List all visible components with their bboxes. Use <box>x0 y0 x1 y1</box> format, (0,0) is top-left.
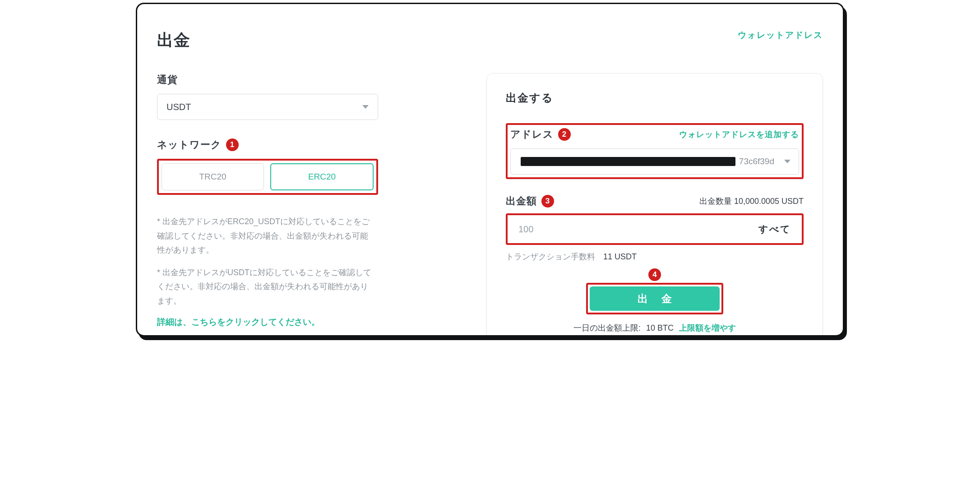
network-label-text: ネットワーク <box>157 138 222 152</box>
details-link[interactable]: 詳細は、こちらをクリックしてください。 <box>157 316 378 328</box>
withdraw-form-card: 出金する アドレス 2 ウォレットアドレスを追加する 73c6f39d <box>486 73 823 337</box>
withdraw-panel: 出金 ウォレットアドレス 通貨 USDT ネットワーク 1 TRC20 ERC2… <box>136 3 844 337</box>
warning-note-1: * 出金先アドレスがERC20_USDTに対応していることをご確認してください。… <box>157 215 371 258</box>
address-section: アドレス 2 ウォレットアドレスを追加する 73c6f39d <box>506 123 804 179</box>
daily-limit-value: 10 BTC <box>646 323 674 333</box>
submit-highlight: 出 金 <box>586 283 723 314</box>
withdraw-submit-button[interactable]: 出 金 <box>590 286 720 311</box>
amount-section: すべて <box>506 213 804 245</box>
currency-select-value: USDT <box>166 102 191 112</box>
fee-row: トランザクション手数料 11 USDT <box>506 251 804 262</box>
chevron-down-icon <box>362 105 369 109</box>
annotation-2: 2 <box>558 128 571 141</box>
currency-label: 通貨 <box>157 73 378 87</box>
daily-limit-label: 一日の出金額上限: <box>573 323 641 333</box>
address-header: アドレス 2 ウォレットアドレスを追加する <box>510 128 799 141</box>
address-suffix: 73c6f39d <box>739 157 774 166</box>
amount-all-button[interactable]: すべて <box>758 223 791 235</box>
network-trc20[interactable]: TRC20 <box>162 163 264 190</box>
network-label: ネットワーク 1 <box>157 138 378 152</box>
network-erc20[interactable]: ERC20 <box>270 163 374 190</box>
amount-label-text: 出金額 <box>506 194 537 208</box>
page-title: 出金 <box>157 29 190 51</box>
annotation-1: 1 <box>226 138 239 151</box>
left-column: 通貨 USDT ネットワーク 1 TRC20 ERC20 * 出金先アドレスがE… <box>157 73 378 337</box>
content-columns: 通貨 USDT ネットワーク 1 TRC20 ERC20 * 出金先アドレスがE… <box>157 73 823 337</box>
amount-input[interactable] <box>518 224 754 235</box>
address-select[interactable]: 73c6f39d <box>510 148 799 175</box>
increase-limit-link[interactable]: 上限額を増やす <box>679 323 736 333</box>
annotation-4: 4 <box>648 268 661 281</box>
address-redacted <box>521 157 735 166</box>
annotation-3: 3 <box>541 195 554 208</box>
fee-label: トランザクション手数料 <box>506 251 595 262</box>
warning-note-2: * 出金先アドレスがUSDTに対応していることをご確認してください。非対応の場合… <box>157 266 371 309</box>
panel-title: 出金する <box>506 91 804 105</box>
chevron-down-icon <box>784 160 790 163</box>
wallet-address-link[interactable]: ウォレットアドレス <box>738 29 823 41</box>
network-options: TRC20 ERC20 <box>157 159 378 195</box>
add-wallet-address-link[interactable]: ウォレットアドレスを追加する <box>679 129 799 140</box>
address-label: アドレス 2 <box>510 128 571 141</box>
address-label-text: アドレス <box>510 128 554 141</box>
submit-wrap: 4 出 金 一日の出金額上限: 10 BTC 上限額を増やす <box>506 283 804 333</box>
available-amount: 出金数量 10,000.0005 USDT <box>699 196 804 207</box>
fee-value: 11 USDT <box>603 252 637 262</box>
amount-header: 出金額 3 出金数量 10,000.0005 USDT <box>506 194 804 208</box>
amount-label: 出金額 3 <box>506 194 554 208</box>
header-row: 出金 ウォレットアドレス <box>157 29 823 51</box>
amount-input-wrap: すべて <box>508 216 801 242</box>
daily-limit-row: 一日の出金額上限: 10 BTC 上限額を増やす <box>506 323 804 333</box>
currency-select[interactable]: USDT <box>157 94 378 120</box>
